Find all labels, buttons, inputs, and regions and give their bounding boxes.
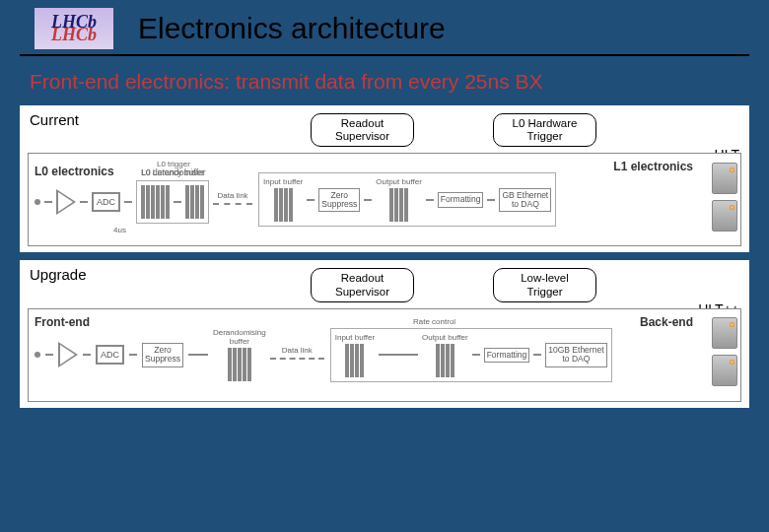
lhcb-logo: LHCb LHCb	[35, 8, 113, 49]
input-buffer	[345, 344, 364, 377]
derand-buffer	[228, 348, 251, 381]
l1-group: Input buffer Zero Suppress Output buffer…	[258, 172, 556, 227]
backend-group: Input buffer Output buffer Formatting 10…	[330, 328, 612, 382]
panel-label-current: Current	[30, 111, 79, 128]
server-icon	[712, 355, 737, 386]
l0-latency-buffer	[141, 185, 170, 219]
amplifier-icon	[58, 342, 78, 367]
l0-electronics-title: L0 electronics	[35, 165, 114, 178]
logo-text-bottom: LHCb	[51, 28, 97, 42]
l0-derand-buffer	[185, 185, 204, 219]
readout-supervisor-box: Readout Supervisor	[311, 113, 414, 147]
topboxes-upgrade: Readout Supervisor Low-level Trigger	[158, 260, 749, 305]
panel-label-upgrade: Upgrade	[30, 266, 87, 283]
output-buffer-label: Output buffer	[422, 333, 468, 342]
output-buffer-label: Output buffer	[376, 177, 422, 186]
lowlevel-trigger-box: Low-level Trigger	[493, 268, 596, 301]
input-buffer	[274, 188, 293, 222]
zero-suppress-box: Zero Suppress	[142, 343, 183, 367]
derand-buffer-label: Derandomising buffer	[213, 328, 266, 346]
data-link: Data link	[270, 358, 324, 360]
server-icon	[712, 163, 737, 194]
input-dot	[35, 352, 40, 358]
l0-derand-label: L0 derandomiser	[141, 167, 204, 177]
l0-hw-trigger-box: L0 Hardware Trigger	[493, 113, 596, 147]
ethernet-box: GB Ethernet to DAQ	[499, 188, 551, 213]
formatting-box: Formatting	[484, 348, 530, 363]
input-buffer-label: Input buffer	[335, 333, 375, 342]
diagram-upgrade: ADC Zero Suppress Derandomising buffer F…	[28, 308, 741, 402]
input-buffer-label: Input buffer	[263, 177, 303, 186]
adc-box: ADC	[96, 345, 124, 365]
input-dot	[35, 199, 40, 205]
readout-supervisor-box: Readout Supervisor	[311, 268, 414, 301]
panel-current: Current Readout Supervisor L0 Hardware T…	[20, 105, 749, 252]
data-link-label: Data link	[282, 346, 313, 355]
panel-upgrade: Upgrade Readout Supervisor Low-level Tri…	[20, 260, 749, 407]
server-icon	[712, 200, 737, 232]
ethernet-box: 10GB Ethernet to DAQ	[545, 343, 606, 367]
diagram-current: L0 electronics ADC L0 Latency buffer L0 …	[28, 153, 741, 246]
data-link-label: Data link	[217, 191, 247, 200]
slide-title: Electronics architecture	[138, 12, 725, 45]
l0-time-label: 4us	[113, 226, 126, 234]
rate-control-label: Rate control	[413, 317, 455, 326]
l0-trigger-top-label: L0 trigger	[157, 160, 190, 168]
server-stack-upgrade	[712, 317, 737, 386]
amplifier-icon	[56, 189, 76, 215]
backend-title: Back-end	[640, 315, 693, 329]
topboxes-current: Readout Supervisor L0 Hardware Trigger	[158, 105, 749, 151]
output-buffer	[389, 188, 408, 222]
server-icon	[712, 317, 737, 349]
server-stack-current	[712, 163, 737, 232]
subtitle: Front-end electronics: transmit data fro…	[0, 56, 769, 101]
frontend-title: Front-end	[35, 315, 90, 329]
data-link: Data link	[213, 203, 252, 205]
adc-box: ADC	[92, 192, 120, 212]
l0-group: L0 Latency buffer L0 derandomiser	[136, 180, 209, 224]
output-buffer	[436, 344, 454, 377]
formatting-box: Formatting	[438, 192, 484, 207]
zero-suppress-box: Zero Suppress	[318, 188, 360, 213]
title-bar: LHCb LHCb Electronics architecture	[20, 0, 749, 56]
l1-electronics-title: L1 electronics	[613, 160, 693, 173]
